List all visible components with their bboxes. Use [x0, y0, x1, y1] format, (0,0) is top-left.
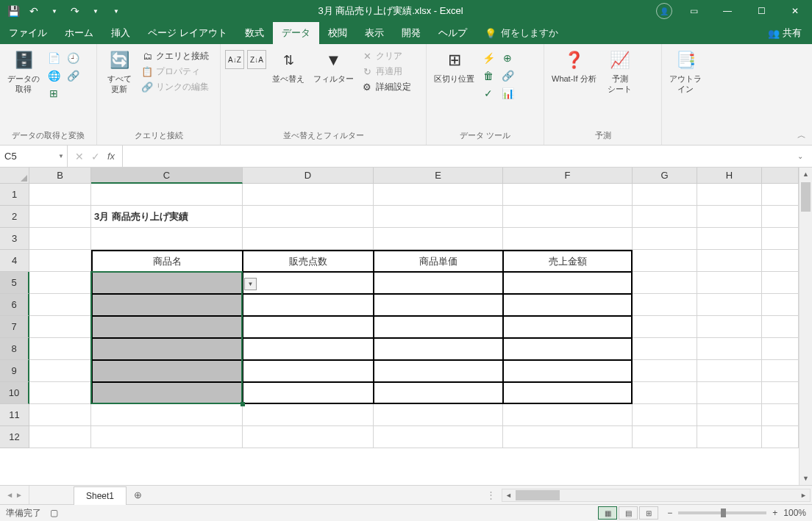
table-cell-r10-c2[interactable]	[243, 382, 374, 404]
cell-undefined9[interactable]	[762, 360, 799, 382]
cell-G2[interactable]	[633, 206, 697, 228]
row-header-10[interactable]: 10	[0, 382, 29, 404]
cell-C11[interactable]	[91, 404, 243, 426]
fx-icon[interactable]: fx	[107, 151, 115, 162]
cell-C12[interactable]	[91, 426, 243, 448]
cell-G1[interactable]	[633, 184, 697, 206]
table-cell-r6-c1[interactable]	[91, 294, 243, 316]
cell-H2[interactable]	[697, 206, 762, 228]
cell-F1[interactable]	[503, 184, 633, 206]
qat-customize-icon[interactable]: ▼	[107, 2, 125, 20]
column-header-E[interactable]: E	[374, 168, 503, 184]
row-header-7[interactable]: 7	[0, 316, 29, 338]
table-cell-r10-c4[interactable]	[503, 382, 633, 404]
cell-G8[interactable]	[633, 338, 697, 360]
expand-formula-icon[interactable]: ⌄	[793, 152, 808, 160]
data-model-icon[interactable]: 📊	[499, 85, 516, 101]
cell-H10[interactable]	[697, 382, 762, 404]
cell-G7[interactable]	[633, 316, 697, 338]
table-cell-r10-c3[interactable]	[374, 382, 503, 404]
cell-E1[interactable]	[374, 184, 503, 206]
ribbon-display-icon[interactable]: ▭	[677, 0, 710, 22]
cell-B7[interactable]	[29, 316, 91, 338]
cell-B10[interactable]	[29, 382, 91, 404]
minimize-button[interactable]: —	[710, 0, 744, 22]
column-header-C[interactable]: C	[91, 168, 243, 184]
tab-formulas[interactable]: 数式	[236, 22, 273, 44]
cell-undefined7[interactable]	[762, 316, 799, 338]
spreadsheet-grid[interactable]: BCDEFGH 123456789101112 3月 商品売り上げ実績商品名販売…	[0, 168, 812, 485]
cell-G4[interactable]	[633, 250, 697, 272]
cell-B5[interactable]	[29, 272, 91, 294]
cell-undefined8[interactable]	[762, 338, 799, 360]
row-header-9[interactable]: 9	[0, 360, 29, 382]
table-cell-r10-c1[interactable]	[91, 382, 243, 404]
vscroll-thumb[interactable]	[801, 182, 811, 212]
zoom-slider-knob[interactable]	[721, 509, 726, 517]
cell-B11[interactable]	[29, 404, 91, 426]
cell-F11[interactable]	[503, 404, 633, 426]
scroll-left-icon[interactable]: ◄	[502, 492, 515, 499]
horizontal-scrollbar[interactable]: ◄ ►	[502, 489, 811, 502]
from-web-icon[interactable]: 🌐	[46, 68, 62, 84]
sort-az-icon[interactable]: A↓Z	[225, 50, 244, 69]
scroll-down-icon[interactable]: ▼	[799, 472, 812, 485]
pagelayout-view-button[interactable]: ▤	[619, 506, 638, 520]
edit-links-button[interactable]: 🔗リンクの編集	[140, 79, 210, 95]
cell-E11[interactable]	[374, 404, 503, 426]
sort-za-icon[interactable]: Z↓A	[247, 50, 266, 69]
namebox-dropdown-icon[interactable]: ▼	[58, 153, 64, 159]
column-header-G[interactable]: G	[633, 168, 697, 184]
select-all-corner[interactable]	[0, 168, 29, 184]
row-header-6[interactable]: 6	[0, 294, 29, 316]
table-cell-r9-c4[interactable]	[503, 360, 633, 382]
data-validation-dropdown[interactable]: ▼	[244, 278, 257, 290]
vertical-scrollbar[interactable]: ▲ ▼	[799, 168, 812, 485]
consolidate-icon[interactable]: ⊕	[499, 50, 516, 66]
zoom-level[interactable]: 100%	[783, 508, 806, 518]
table-cell-r5-c1[interactable]	[91, 272, 243, 294]
advanced-filter-button[interactable]: ⚙詳細設定	[360, 79, 413, 95]
cell-H3[interactable]	[697, 228, 762, 250]
tab-insert[interactable]: 挿入	[102, 22, 139, 44]
text-to-columns-button[interactable]: ⊞ 区切り位置	[431, 47, 477, 85]
cell-F12[interactable]	[503, 426, 633, 448]
row-header-1[interactable]: 1	[0, 184, 29, 206]
name-box[interactable]: C5▼	[0, 145, 68, 167]
row-header-8[interactable]: 8	[0, 338, 29, 360]
cell-B2[interactable]	[29, 206, 91, 228]
macro-record-icon[interactable]: ▢	[50, 508, 58, 518]
cell-G5[interactable]	[633, 272, 697, 294]
cell-H7[interactable]	[697, 316, 762, 338]
cell-B4[interactable]	[29, 250, 91, 272]
table-header-0[interactable]: 商品名	[91, 250, 243, 272]
normal-view-button[interactable]: ▦	[598, 506, 617, 520]
cell-G3[interactable]	[633, 228, 697, 250]
cell-undefined4[interactable]	[762, 250, 799, 272]
table-cell-r5-c4[interactable]	[503, 272, 633, 294]
cell-G6[interactable]	[633, 294, 697, 316]
tell-me[interactable]: 💡何をしますか	[476, 22, 567, 44]
table-cell-r5-c2[interactable]	[243, 272, 374, 294]
outline-button[interactable]: 📑 アウトラ イン	[666, 47, 705, 96]
cell-H9[interactable]	[697, 360, 762, 382]
row-header-5[interactable]: 5	[0, 272, 29, 294]
flash-fill-icon[interactable]: ⚡	[480, 50, 496, 66]
from-table-icon[interactable]: ⊞	[46, 85, 62, 101]
row-header-2[interactable]: 2	[0, 206, 29, 228]
existing-conn-icon[interactable]: 🔗	[65, 68, 81, 84]
cell-undefined1[interactable]	[762, 184, 799, 206]
table-header-3[interactable]: 売上金額	[503, 250, 633, 272]
cell-undefined10[interactable]	[762, 382, 799, 404]
sheet-tab-sheet1[interactable]: Sheet1	[74, 486, 127, 505]
table-cell-r8-c4[interactable]	[503, 338, 633, 360]
table-cell-r9-c3[interactable]	[374, 360, 503, 382]
redo-icon[interactable]: ↷	[66, 2, 84, 20]
tab-home[interactable]: ホーム	[56, 22, 102, 44]
cell-C3[interactable]	[91, 228, 243, 250]
cell-B6[interactable]	[29, 294, 91, 316]
table-cell-r8-c1[interactable]	[91, 338, 243, 360]
relationships-icon[interactable]: 🔗	[499, 68, 516, 84]
close-button[interactable]: ✕	[778, 0, 812, 22]
cell-G11[interactable]	[633, 404, 697, 426]
